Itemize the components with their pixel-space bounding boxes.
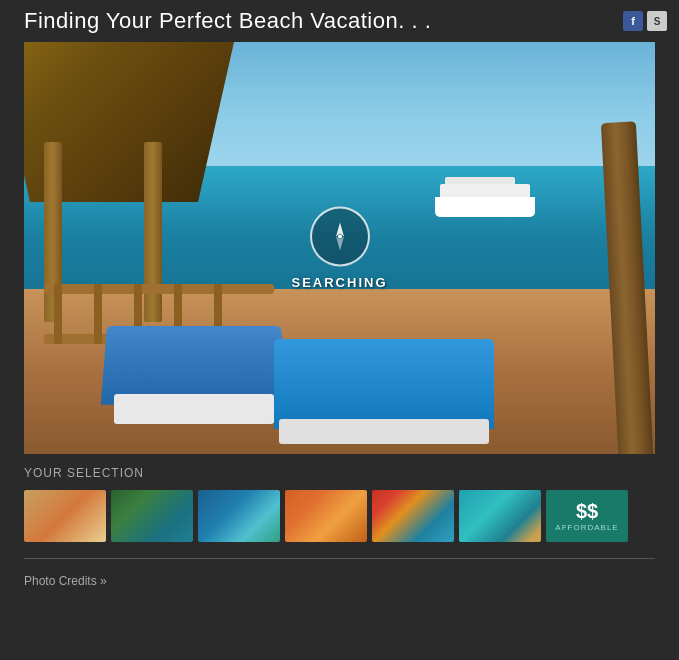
thumbnail-3[interactable] bbox=[198, 490, 280, 542]
thumbnails-row: $$ AFFORDABLE bbox=[24, 490, 655, 542]
page-title: Finding Your Perfect Beach Vacation. . . bbox=[24, 8, 431, 34]
compass-svg bbox=[321, 219, 357, 255]
hut-left bbox=[24, 42, 234, 322]
svg-point-2 bbox=[337, 235, 341, 239]
your-selection-section: YOUR SELECTION $$ AFFORDABLE bbox=[0, 454, 679, 550]
footer: Photo Credits » bbox=[0, 567, 679, 593]
social-buttons: f S bbox=[623, 11, 667, 31]
compass-icon bbox=[309, 207, 369, 267]
svg-marker-1 bbox=[335, 237, 343, 251]
cruise-ship bbox=[435, 182, 535, 217]
top-bar: Finding Your Perfect Beach Vacation. . .… bbox=[0, 0, 679, 42]
beach-scene: SEARCHING bbox=[24, 42, 655, 454]
thumbnail-affordable[interactable]: $$ AFFORDABLE bbox=[546, 490, 628, 542]
thumbnail-4[interactable] bbox=[285, 490, 367, 542]
thumbnail-6[interactable] bbox=[459, 490, 541, 542]
divider bbox=[24, 558, 655, 559]
affordable-symbol: $$ bbox=[576, 501, 598, 521]
facebook-button[interactable]: f bbox=[623, 11, 643, 31]
thumbnail-1[interactable] bbox=[24, 490, 106, 542]
beach-chair-2 bbox=[274, 304, 504, 444]
palm-tree bbox=[565, 42, 655, 454]
searching-text: SEARCHING bbox=[291, 275, 387, 290]
thumbnail-5[interactable] bbox=[372, 490, 454, 542]
main-image-container: SEARCHING bbox=[24, 42, 655, 454]
searching-overlay: SEARCHING bbox=[291, 207, 387, 290]
share-button[interactable]: S bbox=[647, 11, 667, 31]
svg-marker-0 bbox=[335, 223, 343, 237]
thumbnail-2[interactable] bbox=[111, 490, 193, 542]
selection-label: YOUR SELECTION bbox=[24, 466, 655, 480]
affordable-label: AFFORDABLE bbox=[555, 523, 618, 532]
photo-credits-link[interactable]: Photo Credits » bbox=[24, 574, 107, 588]
